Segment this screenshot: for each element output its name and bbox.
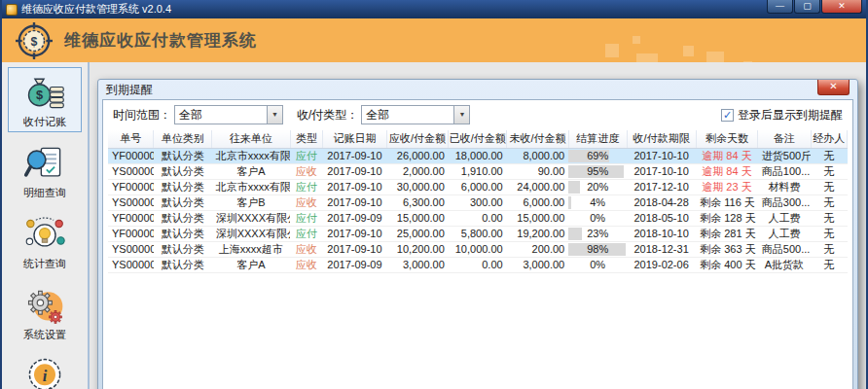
sidebar-item-system-settings[interactable]: 系统设置: [8, 280, 82, 345]
svg-text:i: i: [43, 367, 48, 385]
checkbox-label: 登录后显示到期提醒: [738, 107, 843, 124]
table-header-row: 单号单位类别往来单位类型记账日期应收/付金额已收/付金额未收/付金额结算进度收/…: [108, 130, 848, 148]
time-range-select[interactable]: 全部 ▼: [174, 105, 283, 124]
type-badge: 应付: [296, 228, 317, 239]
table-row[interactable]: YF0000004默认分类深圳XXXX有限公...应付2017-09-0915,…: [108, 210, 848, 226]
type-badge: 应收: [296, 196, 317, 208]
main-area: 到期提醒 ✕ 时间范围： 全部 ▼ 收/付类型： 全部 ▼: [90, 62, 866, 389]
dialog-titlebar: 到期提醒 ✕: [102, 80, 853, 99]
table-row[interactable]: YF0000003默认分类深圳XXXX有限公...应付2017-09-1025,…: [108, 226, 848, 241]
table-row[interactable]: YS0000001默认分类客户A应收2017-09-093,000.000.00…: [108, 257, 848, 272]
magnifier-document-icon: [23, 142, 66, 185]
due-reminder-dialog: 到期提醒 ✕ 时间范围： 全部 ▼ 收/付类型： 全部 ▼: [97, 79, 858, 389]
decorative-square: [683, 46, 694, 56]
dialog-title: 到期提醒: [106, 83, 153, 96]
svg-text:$: $: [36, 88, 43, 102]
table-row[interactable]: YF0000002默认分类北京市xxxx有限...应付2017-09-1030,…: [108, 179, 848, 194]
chevron-down-icon[interactable]: ▼: [267, 106, 282, 124]
type-badge: 应付: [296, 181, 317, 193]
column-header[interactable]: 单号: [108, 130, 154, 148]
titlebar: 维德应收应付款管理系统 v2.0.4 — ▢ ✕: [2, 0, 866, 18]
decorative-square: [636, 53, 658, 62]
app-icon: [6, 4, 18, 16]
remaining-days: 逾期 23 天: [702, 181, 751, 193]
column-header[interactable]: 记账日期: [323, 130, 386, 148]
remaining-days: 剩余 363 天: [700, 243, 755, 255]
remaining-days: 剩余 128 天: [700, 212, 755, 224]
dialog-close-button[interactable]: ✕: [817, 80, 850, 95]
window-title: 维德应收应付款管理系统 v2.0.4: [21, 2, 171, 17]
remaining-days: 剩余 116 天: [700, 196, 755, 208]
pay-type-select[interactable]: 全部 ▼: [361, 105, 470, 124]
close-button[interactable]: ✕: [821, 0, 862, 14]
svg-text:$: $: [31, 34, 38, 48]
column-header[interactable]: 剩余天数: [696, 130, 758, 148]
column-header[interactable]: 应收/付金额: [386, 130, 449, 148]
sidebar-item-label: 系统设置: [9, 328, 81, 342]
progress-cell: 0%: [568, 257, 627, 272]
dialog-content: 时间范围： 全部 ▼ 收/付类型： 全部 ▼ ✓ 登录后显示到期提醒: [102, 99, 853, 389]
sidebar-item-label: 统计查询: [9, 257, 81, 271]
type-badge: 应收: [296, 259, 317, 270]
sidebar: $ 收付记账 明细查询: [2, 62, 90, 389]
maximize-button[interactable]: ▢: [794, 0, 820, 14]
progress-cell: 98%: [568, 241, 627, 257]
table-row[interactable]: YS0000003默认分类上海xxxx超市应收2017-09-1010,200.…: [108, 241, 848, 257]
remaining-days: 逾期 84 天: [702, 165, 751, 177]
table-row[interactable]: YF0000001默认分类北京市xxxx有限...应付2017-09-1026,…: [108, 148, 848, 163]
sidebar-item-label: 明细查询: [9, 186, 81, 200]
decorative-square: [706, 52, 724, 62]
column-header[interactable]: 未收/付金额: [507, 130, 569, 148]
remaining-days: 逾期 84 天: [702, 150, 751, 161]
column-header[interactable]: 结算进度: [568, 130, 627, 148]
gears-icon: [23, 284, 66, 327]
progress-cell: 4%: [568, 194, 627, 210]
app-window: 维德应收应付款管理系统 v2.0.4 — ▢ ✕ $ 维德应收应付款管理系统: [0, 0, 868, 389]
moneybag-coins-icon: $: [23, 71, 66, 114]
type-badge: 应收: [296, 243, 317, 255]
progress-cell: 0%: [568, 210, 627, 226]
decorative-square: [633, 36, 640, 44]
app-header: $ 维德应收应付款管理系统: [2, 18, 866, 62]
column-header[interactable]: 往来单位: [212, 130, 290, 148]
type-badge: 应付: [296, 212, 317, 224]
column-header[interactable]: 单位类别: [154, 130, 212, 148]
type-badge: 应付: [296, 150, 317, 161]
column-header[interactable]: 备注: [758, 130, 811, 148]
chevron-down-icon[interactable]: ▼: [453, 106, 469, 124]
column-header[interactable]: 收/付款期限: [627, 130, 696, 148]
due-table: 单号单位类别往来单位类型记账日期应收/付金额已收/付金额未收/付金额结算进度收/…: [108, 130, 848, 273]
pay-type-value: 全部: [362, 106, 453, 124]
table-row[interactable]: YS0000002默认分类客户B应收2017-09-106,300.00300.…: [108, 194, 848, 210]
minimize-button[interactable]: —: [767, 0, 793, 14]
sidebar-item-bookkeeping[interactable]: $ 收付记账: [8, 67, 82, 132]
progress-cell: 23%: [568, 226, 627, 241]
time-range-value: 全部: [175, 106, 267, 124]
column-header[interactable]: 经办人: [811, 130, 847, 148]
table-row[interactable]: YS0000004默认分类客户A应收2017-09-102,000.001,91…: [108, 163, 848, 179]
decorative-square: [605, 44, 619, 57]
remaining-days: 剩余 400 天: [700, 259, 755, 270]
sidebar-item-label: 收付记账: [9, 115, 81, 129]
sidebar-item-about[interactable]: i: [8, 351, 82, 389]
sidebar-item-detail-query[interactable]: 明细查询: [8, 138, 82, 203]
target-dollar-logo-icon: $: [16, 22, 53, 59]
sidebar-item-statistics-query[interactable]: 统计查询: [8, 209, 82, 274]
column-header[interactable]: 类型: [290, 130, 323, 148]
progress-cell: 95%: [568, 163, 627, 179]
progress-cell: 20%: [568, 179, 627, 194]
type-badge: 应收: [296, 165, 317, 177]
app-name: 维德应收应付款管理系统: [64, 29, 257, 52]
column-header[interactable]: 已收/付金额: [449, 130, 507, 148]
time-range-label: 时间范围：: [113, 107, 171, 124]
table-body: YF0000001默认分类北京市xxxx有限...应付2017-09-1026,…: [108, 148, 848, 272]
lightbulb-dots-icon: [23, 213, 66, 256]
pay-type-label: 收/付类型：: [297, 107, 358, 124]
progress-cell: 69%: [568, 148, 627, 163]
show-on-login-checkbox[interactable]: ✓ 登录后显示到期提醒: [721, 107, 843, 124]
info-bubble-icon: i: [23, 355, 66, 389]
filter-bar: 时间范围： 全部 ▼ 收/付类型： 全部 ▼ ✓ 登录后显示到期提醒: [103, 100, 852, 129]
remaining-days: 剩余 281 天: [700, 228, 755, 239]
checkbox-check-icon[interactable]: ✓: [721, 109, 734, 122]
